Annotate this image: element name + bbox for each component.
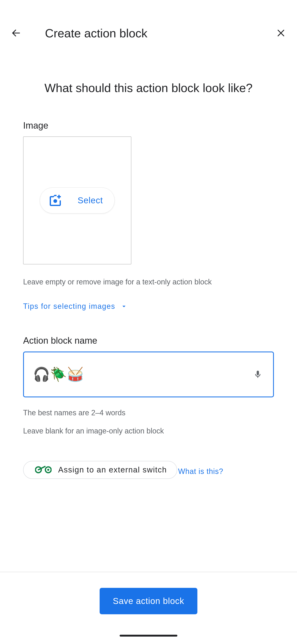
name-field-wrapper [23,352,274,397]
tips-link[interactable]: Tips for selecting images [23,302,274,311]
name-helper-2: Leave blank for an image-only action blo… [23,427,274,435]
select-image-button[interactable]: Select [40,188,115,214]
close-icon [276,28,286,38]
select-image-label: Select [77,196,103,206]
app-bar: Create action block [0,0,297,66]
home-indicator [120,635,177,636]
what-is-this-link[interactable]: What is this? [178,467,223,476]
image-label: Image [23,120,274,131]
microphone-icon [253,369,262,380]
arrow-left-icon [11,28,21,38]
voice-input-button[interactable] [252,368,264,380]
back-button[interactable] [10,27,22,39]
assign-switch-label: Assign to an external switch [58,466,167,474]
action-block-name-input[interactable] [33,366,252,382]
svg-point-3 [53,199,57,203]
save-action-block-button[interactable]: Save action block [100,588,197,614]
image-helper-text: Leave empty or remove image for a text-o… [23,277,274,287]
close-button[interactable] [275,27,287,39]
image-preview-box: Select [23,136,131,264]
headline: What should this action block look like? [23,80,274,96]
bottom-bar: Save action block [0,572,297,644]
chevron-down-icon [120,302,128,310]
camera-add-icon [48,193,63,208]
tips-link-label: Tips for selecting images [23,302,115,311]
name-helper-1: The best names are 2–4 words [23,407,274,418]
switch-icon [35,466,51,474]
content-area: What should this action block look like?… [0,80,297,479]
assign-switch-button[interactable]: Assign to an external switch [23,461,177,479]
svg-point-7 [47,469,49,471]
name-label: Action block name [23,336,274,346]
page-title: Create action block [45,26,275,40]
